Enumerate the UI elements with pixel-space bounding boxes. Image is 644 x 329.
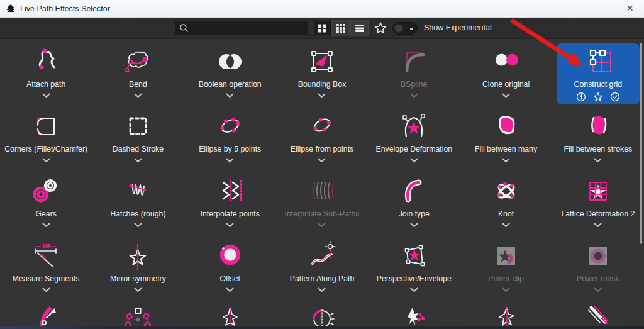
expand-chevron[interactable]	[502, 158, 510, 163]
view-grid-small-button[interactable]	[331, 20, 350, 36]
effect-item-offset[interactable]: Offset	[184, 236, 276, 301]
effect-label: Gears	[35, 209, 57, 219]
measure-segments-icon: 3M2M	[31, 241, 61, 271]
effect-label: Bounding Box	[298, 80, 347, 89]
effects-grid: Attach pathBendBoolean operationBounding…	[0, 39, 644, 329]
favorites-filter-button[interactable]	[372, 20, 389, 36]
expand-chevron[interactable]	[318, 93, 326, 98]
effect-item-partial-p7[interactable]	[552, 301, 644, 329]
expand-chevron[interactable]	[42, 158, 50, 163]
effect-item-construct-grid[interactable]: Construct grid	[557, 43, 640, 104]
expand-chevron[interactable]	[502, 93, 510, 98]
bounding-box-icon	[307, 47, 337, 77]
effect-label: Power clip	[488, 274, 524, 284]
effect-item-partial-p6[interactable]	[460, 301, 552, 329]
effect-item-ellipse-5-points[interactable]: Ellipse by 5 points	[184, 106, 276, 171]
effect-label: BSpline	[401, 80, 427, 89]
expand-chevron[interactable]	[594, 158, 602, 163]
search-input[interactable]	[189, 24, 308, 33]
effect-item-knot[interactable]: Knot	[460, 171, 552, 236]
favorite-star-button[interactable]	[592, 91, 604, 103]
expand-chevron[interactable]	[594, 287, 602, 293]
expand-chevron[interactable]	[318, 287, 326, 293]
effect-item-power-clip[interactable]: Power clip	[460, 236, 552, 301]
effect-item-pattern-along-path[interactable]: Pattern Along Path	[276, 236, 368, 301]
lattice-deformation-2-icon	[583, 176, 613, 206]
experimental-toggle[interactable]	[392, 22, 418, 35]
effect-item-partial-p4[interactable]	[276, 301, 368, 329]
expand-chevron[interactable]	[226, 287, 234, 293]
expand-chevron[interactable]	[410, 287, 418, 293]
effect-item-fill-between-many[interactable]: Fill between many	[460, 106, 552, 171]
star-icon	[374, 21, 387, 35]
effect-label: Dashed Stroke	[113, 145, 164, 154]
power-mask-icon	[583, 241, 613, 271]
effect-label: Bend	[129, 80, 147, 89]
search-box[interactable]	[175, 21, 308, 35]
expand-chevron[interactable]	[226, 158, 234, 163]
effect-item-corners-fillet[interactable]: Corners (Fillet/Chamfer)	[0, 106, 92, 171]
mirror-symmetry-icon	[123, 241, 153, 271]
window-bottom-edge	[0, 326, 644, 329]
expand-chevron[interactable]	[134, 158, 142, 163]
expand-chevron[interactable]	[594, 223, 602, 228]
effect-item-gears[interactable]: Gears	[0, 171, 92, 236]
effect-item-bounding-box[interactable]: Bounding Box	[276, 42, 368, 106]
expand-chevron[interactable]	[42, 287, 50, 293]
vertical-scrollbar-thumb[interactable]	[640, 43, 642, 244]
expand-chevron[interactable]	[318, 223, 326, 228]
expand-chevron[interactable]	[42, 223, 50, 228]
bspline-icon	[399, 47, 429, 77]
expand-chevron[interactable]	[134, 287, 142, 293]
effect-item-dashed-stroke[interactable]: Dashed Stroke	[92, 106, 184, 171]
effect-item-join-type[interactable]: Join type	[368, 171, 460, 236]
effect-item-hatches-rough[interactable]: Hatches (rough)	[92, 171, 184, 236]
effect-label: Ellipse from points	[291, 145, 353, 154]
effect-item-partial-p2[interactable]	[92, 301, 184, 329]
info-button[interactable]	[575, 91, 587, 103]
effect-item-envelope-deformation[interactable]: Envelope Deformation	[368, 106, 460, 171]
expand-chevron[interactable]	[134, 93, 142, 98]
effect-item-interpolate-subpaths[interactable]: Interpolate Sub-Paths	[276, 171, 368, 236]
expand-chevron[interactable]	[42, 93, 50, 98]
experimental-label: Show Experimental	[424, 18, 492, 38]
effect-item-fill-between-strokes[interactable]: Fill between strokes	[552, 106, 644, 171]
list-icon	[355, 23, 365, 33]
effect-item-bspline[interactable]: BSpline	[368, 42, 460, 106]
expand-chevron[interactable]	[318, 158, 326, 163]
effect-item-lattice-deformation-2[interactable]: Lattice Deformation 2	[552, 171, 644, 236]
effect-item-boolean-operation[interactable]: Boolean operation	[184, 42, 276, 106]
offset-icon	[215, 241, 245, 271]
effect-item-measure-segments[interactable]: 3M2MMeasure Segments	[0, 236, 92, 301]
expand-chevron[interactable]	[410, 93, 418, 98]
titlebar: Live Path Effects Selector ✕	[0, 0, 644, 18]
expand-chevron[interactable]	[226, 93, 234, 98]
effect-item-partial-p3[interactable]	[184, 301, 276, 329]
effect-item-bend[interactable]: Bend	[92, 42, 184, 106]
effect-item-clone-original[interactable]: Clone original	[460, 42, 552, 106]
expand-chevron[interactable]	[226, 223, 234, 228]
expand-chevron[interactable]	[502, 287, 510, 293]
view-list-button[interactable]	[350, 20, 369, 36]
effect-label: Interpolate Sub-Paths	[285, 209, 360, 219]
effect-label: Offset	[219, 274, 240, 284]
effect-item-perspective-envelope[interactable]: Perspective/Envelope	[368, 236, 460, 301]
effect-label: Clone original	[482, 80, 530, 89]
expand-chevron[interactable]	[410, 223, 418, 228]
expand-chevron[interactable]	[410, 158, 418, 163]
close-button[interactable]: ✕	[616, 0, 644, 17]
effect-item-partial-p5[interactable]	[368, 301, 460, 329]
check-button[interactable]	[609, 91, 621, 103]
view-grid-large-button[interactable]	[313, 20, 331, 36]
effect-item-partial-p1[interactable]	[0, 301, 92, 329]
expand-chevron[interactable]	[502, 223, 510, 228]
svg-text:3M: 3M	[42, 244, 50, 250]
grid-large-icon	[317, 23, 327, 33]
effect-item-interpolate-points[interactable]: Interpolate points	[184, 171, 276, 236]
effect-item-power-mask[interactable]: Power mask	[552, 236, 644, 301]
effect-item-ellipse-from-points[interactable]: Ellipse from points	[276, 106, 368, 171]
effect-item-attach-path[interactable]: Attach path	[0, 42, 92, 106]
expand-chevron[interactable]	[134, 223, 142, 228]
effect-item-mirror-symmetry[interactable]: Mirror symmetry	[92, 236, 184, 301]
knot-icon	[491, 176, 521, 206]
